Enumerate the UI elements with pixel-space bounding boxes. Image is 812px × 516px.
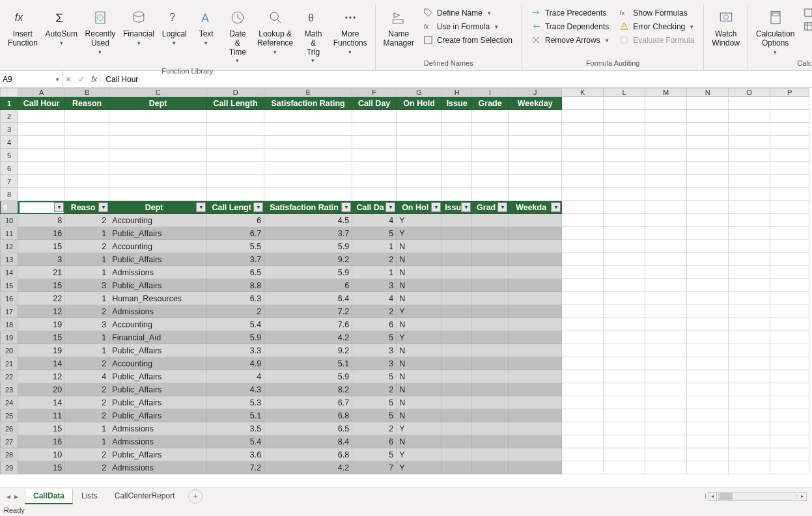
cell[interactable] (442, 162, 472, 175)
cell[interactable] (604, 110, 645, 123)
filter-dropdown-icon[interactable]: ▾ (385, 202, 395, 212)
cell[interactable] (604, 357, 645, 370)
cell[interactable] (65, 136, 109, 149)
cell[interactable] (109, 175, 207, 188)
row-header[interactable]: 1 (1, 97, 18, 110)
cell[interactable]: Financial_Aid (109, 331, 207, 344)
filter-dropdown-icon[interactable]: ▾ (196, 202, 206, 212)
cell[interactable] (604, 292, 645, 305)
cell[interactable] (687, 383, 729, 396)
cell[interactable] (645, 136, 687, 149)
cell[interactable]: 7 (352, 461, 397, 474)
cell[interactable] (770, 422, 809, 435)
column-header[interactable]: C (109, 88, 207, 97)
cell[interactable] (264, 162, 352, 175)
cell[interactable] (729, 331, 770, 344)
cell[interactable] (18, 188, 65, 201)
cell[interactable] (109, 110, 207, 123)
filter-header-cell[interactable]: Dept▾ (109, 201, 207, 214)
cell[interactable]: 22 (18, 292, 65, 305)
cell[interactable] (687, 97, 729, 110)
cell[interactable]: 1 (65, 331, 109, 344)
column-header[interactable]: I (472, 88, 509, 97)
cell[interactable] (442, 318, 472, 331)
cell[interactable] (509, 214, 562, 227)
cell[interactable] (562, 123, 604, 136)
cell[interactable] (604, 435, 645, 448)
cell[interactable] (352, 110, 397, 123)
cell[interactable] (562, 318, 604, 331)
cell[interactable] (770, 214, 809, 227)
cell[interactable] (645, 110, 687, 123)
cell[interactable]: 4.3 (207, 383, 264, 396)
cell[interactable]: On Hold (397, 97, 442, 110)
cell[interactable] (729, 305, 770, 318)
cell[interactable] (509, 240, 562, 253)
name-manager-button[interactable]: Name Manager (380, 5, 418, 51)
cell[interactable] (509, 266, 562, 279)
cell[interactable] (770, 409, 809, 422)
sheet-tab[interactable]: CallCenterReport (106, 489, 184, 504)
filter-dropdown-icon[interactable]: ▾ (461, 202, 471, 212)
cell[interactable] (562, 110, 604, 123)
cell[interactable] (509, 461, 562, 474)
cell[interactable]: 8.8 (207, 279, 264, 292)
cell[interactable]: Y (397, 461, 442, 474)
cell[interactable]: Issue (442, 97, 472, 110)
cell[interactable] (352, 175, 397, 188)
cell[interactable]: 6.4 (264, 292, 352, 305)
filter-dropdown-icon[interactable]: ▾ (431, 202, 441, 212)
cell[interactable] (604, 409, 645, 422)
row-header[interactable]: 8 (1, 188, 18, 201)
cell[interactable]: 1 (65, 292, 109, 305)
cell[interactable] (645, 149, 687, 162)
cell[interactable]: N (397, 370, 442, 383)
cell[interactable]: N (397, 435, 442, 448)
cell[interactable]: 7.2 (207, 461, 264, 474)
cell[interactable] (264, 175, 352, 188)
cell[interactable] (729, 279, 770, 292)
cell[interactable] (562, 409, 604, 422)
cell[interactable] (442, 279, 472, 292)
cell[interactable]: 14 (18, 396, 65, 409)
cell[interactable] (65, 149, 109, 162)
cell[interactable] (562, 331, 604, 344)
cell[interactable] (562, 266, 604, 279)
cell[interactable] (442, 435, 472, 448)
cell[interactable] (687, 318, 729, 331)
cell[interactable] (770, 318, 809, 331)
cell[interactable]: Call Length (207, 97, 264, 110)
cell[interactable] (604, 331, 645, 344)
cell[interactable]: N (397, 383, 442, 396)
cell[interactable]: 6 (352, 318, 397, 331)
cell[interactable] (645, 123, 687, 136)
column-header[interactable]: G (397, 88, 442, 97)
cell[interactable] (264, 136, 352, 149)
cell[interactable] (509, 409, 562, 422)
filter-dropdown-icon[interactable]: ▾ (253, 202, 263, 212)
cell[interactable] (472, 266, 509, 279)
cell[interactable] (472, 396, 509, 409)
cell[interactable] (264, 149, 352, 162)
name-box-input[interactable] (3, 75, 56, 84)
cell[interactable]: 2 (65, 357, 109, 370)
cell[interactable] (604, 214, 645, 227)
cell[interactable] (645, 292, 687, 305)
cell[interactable] (472, 162, 509, 175)
cell[interactable] (645, 422, 687, 435)
cell[interactable] (509, 136, 562, 149)
column-header[interactable]: L (604, 88, 645, 97)
cell[interactable] (442, 396, 472, 409)
cell[interactable] (645, 357, 687, 370)
cell[interactable]: 2 (65, 448, 109, 461)
cell[interactable] (442, 136, 472, 149)
cell[interactable]: Public_Affairs (109, 396, 207, 409)
cell[interactable]: N (397, 396, 442, 409)
cell[interactable]: 5.9 (264, 370, 352, 383)
recently-used-button[interactable]: Recently Used ▾ (81, 5, 119, 58)
cell[interactable] (397, 149, 442, 162)
cell[interactable]: 5 (352, 396, 397, 409)
cell[interactable] (770, 357, 809, 370)
cell[interactable]: 2 (352, 422, 397, 435)
cell[interactable]: 6.8 (264, 409, 352, 422)
